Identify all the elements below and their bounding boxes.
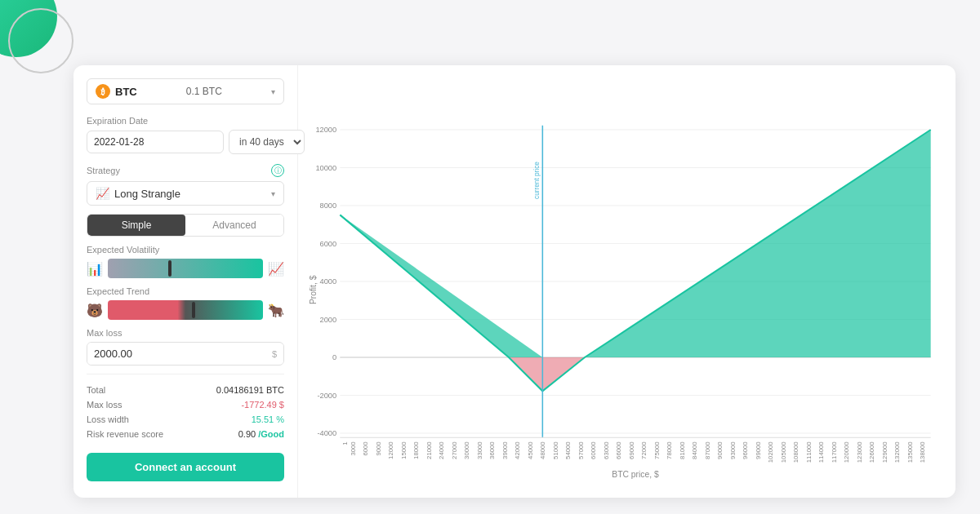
- btc-amount: 0.1 BTC: [186, 86, 222, 97]
- risk-label: Risk revenue score: [87, 429, 163, 439]
- strategy-chevron-icon: ▾: [271, 189, 275, 198]
- svg-text:6000: 6000: [362, 441, 369, 455]
- svg-text:24000: 24000: [438, 441, 445, 459]
- svg-text:33000: 33000: [476, 441, 483, 459]
- svg-text:4000: 4000: [320, 277, 337, 286]
- total-value: 0.04186191 BTC: [216, 385, 284, 395]
- svg-text:117000: 117000: [831, 441, 838, 463]
- volatility-slider[interactable]: [108, 259, 263, 278]
- svg-text:96000: 96000: [742, 441, 749, 459]
- svg-text:45000: 45000: [527, 441, 534, 459]
- svg-text:69000: 69000: [628, 441, 635, 459]
- svg-text:15000: 15000: [400, 441, 408, 459]
- svg-text:60000: 60000: [590, 441, 597, 459]
- mode-toggle: Simple Advanced: [87, 214, 284, 237]
- x-axis-labels: 1 3000 6000 9000 12000 15000 18000 21000…: [341, 441, 927, 463]
- svg-text:3000: 3000: [350, 441, 357, 455]
- stats-maxloss-row: Max loss -1772.49 $: [87, 397, 284, 412]
- svg-text:138000: 138000: [919, 441, 926, 463]
- max-loss-stat-label: Max loss: [87, 400, 122, 410]
- good-badge: /Good: [258, 429, 284, 439]
- svg-text:30000: 30000: [463, 441, 470, 459]
- expiration-label: Expiration Date: [87, 116, 284, 126]
- strategy-icon: 📈: [96, 187, 109, 200]
- svg-text:126000: 126000: [868, 441, 875, 463]
- svg-text:-2000: -2000: [317, 392, 336, 400]
- svg-text:2000: 2000: [320, 316, 337, 324]
- current-price-label: current price: [533, 162, 541, 199]
- bear-icon: 🐻: [87, 303, 103, 318]
- max-loss-section: Max loss $: [87, 328, 284, 366]
- days-select[interactable]: in 40 days in 30 days in 60 days: [229, 130, 305, 154]
- svg-text:72000: 72000: [640, 441, 648, 459]
- trend-section: Expected Trend 🐻 🐂: [87, 286, 284, 320]
- strategy-row: Strategy ⓘ: [87, 164, 284, 177]
- x-axis-label: BTC price, $: [612, 470, 659, 479]
- strategy-info-icon[interactable]: ⓘ: [271, 164, 284, 177]
- stats-table: Total 0.04186191 BTC Max loss -1772.49 $…: [87, 383, 284, 441]
- bg-decoration-circle: [8, 8, 74, 73]
- advanced-tab[interactable]: Advanced: [185, 215, 283, 236]
- svg-text:81000: 81000: [679, 441, 686, 459]
- trend-thumb: [192, 302, 195, 318]
- trend-slider[interactable]: [108, 300, 263, 320]
- svg-text:57000: 57000: [577, 441, 585, 459]
- svg-text:6000: 6000: [320, 240, 337, 248]
- svg-text:99000: 99000: [755, 441, 762, 459]
- date-input[interactable]: [87, 131, 224, 153]
- svg-text:102000: 102000: [767, 441, 774, 463]
- stats-losswidth-row: Loss width 15.51 %: [87, 412, 284, 427]
- svg-text:10000: 10000: [315, 164, 336, 172]
- svg-text:84000: 84000: [691, 441, 698, 459]
- svg-text:39000: 39000: [501, 441, 509, 459]
- svg-text:108000: 108000: [792, 441, 800, 463]
- svg-text:18000: 18000: [412, 441, 420, 459]
- svg-text:120000: 120000: [843, 441, 850, 463]
- btc-currency-label: BTC: [115, 86, 137, 98]
- svg-text:8000: 8000: [320, 202, 337, 210]
- svg-text:48000: 48000: [539, 441, 546, 459]
- strategy-name-label: Long Strangle: [114, 188, 180, 200]
- stats-total-row: Total 0.04186191 BTC: [87, 383, 284, 397]
- y-axis-label: Profit, $: [309, 275, 318, 304]
- loss-width-value: 15.51 %: [252, 414, 284, 424]
- svg-text:114000: 114000: [817, 441, 825, 463]
- svg-text:93000: 93000: [729, 441, 737, 459]
- svg-text:75000: 75000: [653, 441, 661, 459]
- simple-tab[interactable]: Simple: [87, 215, 185, 236]
- svg-text:27000: 27000: [451, 441, 458, 459]
- strategy-select[interactable]: 📈 Long Strangle ▾: [87, 181, 284, 206]
- volatility-high-icon: 📈: [268, 261, 284, 277]
- svg-text:66000: 66000: [615, 441, 622, 459]
- date-row: in 40 days in 30 days in 60 days: [87, 130, 284, 154]
- btc-selector[interactable]: ₿ BTC 0.1 BTC ▾: [87, 78, 284, 104]
- svg-text:54000: 54000: [564, 441, 572, 459]
- main-panel: ₿ BTC 0.1 BTC ▾ Expiration Date in 40 da…: [74, 65, 956, 498]
- svg-text:135000: 135000: [906, 441, 914, 463]
- svg-text:105000: 105000: [780, 441, 787, 463]
- max-loss-currency: $: [265, 344, 283, 364]
- svg-text:9000: 9000: [375, 441, 382, 455]
- svg-text:78000: 78000: [666, 441, 673, 459]
- svg-text:87000: 87000: [704, 441, 711, 459]
- max-loss-input[interactable]: [87, 343, 265, 365]
- connect-button[interactable]: Connect an account: [87, 453, 284, 481]
- svg-text:51000: 51000: [552, 441, 559, 459]
- svg-text:21000: 21000: [425, 441, 433, 459]
- max-loss-input-row: $: [87, 342, 284, 366]
- risk-value: 0.90 /Good: [238, 429, 284, 439]
- volatility-section: Expected Volatility 📊 📈: [87, 245, 284, 278]
- volatility-thumb: [168, 260, 172, 277]
- btc-icon: ₿: [96, 84, 110, 99]
- svg-text:129000: 129000: [881, 441, 889, 463]
- max-loss-label: Max loss: [87, 328, 284, 338]
- svg-text:132000: 132000: [893, 441, 901, 463]
- divider: [87, 374, 284, 374]
- svg-text:0: 0: [332, 353, 336, 361]
- svg-text:-4000: -4000: [317, 429, 336, 437]
- trend-label: Expected Trend: [87, 286, 284, 296]
- loss-width-label: Loss width: [87, 414, 129, 424]
- stats-risk-row: Risk revenue score 0.90 /Good: [87, 427, 284, 441]
- chart-wrapper: Profit, $ 12000 10000 8000 6000 4000 200…: [306, 77, 939, 486]
- svg-text:12000: 12000: [315, 126, 336, 134]
